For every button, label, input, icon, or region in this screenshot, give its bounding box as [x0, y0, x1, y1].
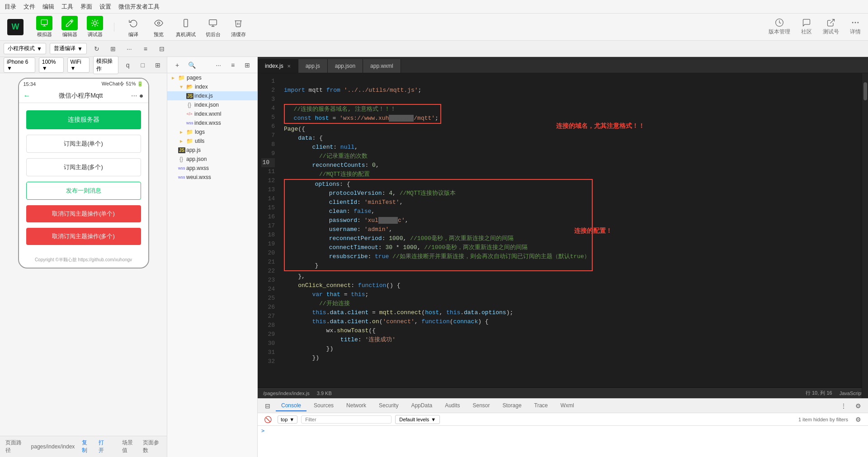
sim-copy[interactable]: 复制 [82, 439, 91, 454]
folder-label-pages: 📁 [178, 75, 185, 81]
console-settings-icon[interactable]: ⊟ [261, 400, 274, 412]
switch-button[interactable]: 切后台 [205, 16, 221, 38]
iphone-nav: ← 微信小程序Mqtt ··· ● [19, 89, 148, 103]
console-prompt: > [261, 428, 264, 434]
tab-appdata[interactable]: AppData [406, 400, 438, 411]
search-file-icon[interactable]: 🔍 [185, 59, 198, 71]
tree-item-app-json[interactable]: {} app.json [167, 155, 257, 164]
iphone-frame: 15:34 WeChat令 51% 🔋 ← 微信小程序Mqtt ··· ● 连接… [18, 78, 149, 269]
console-gear-icon[interactable]: ⚙ [852, 400, 864, 412]
file-more-icon[interactable]: ··· [212, 59, 225, 71]
subscribe-single-btn[interactable]: 订阅主题(单个) [26, 135, 141, 153]
operation-selector[interactable]: 模拟操作 [93, 56, 119, 74]
menu-item-tools[interactable]: 工具 [61, 3, 73, 11]
tab-app-js[interactable]: app.js [298, 59, 328, 73]
grid-icon[interactable]: ⊟ [156, 42, 168, 55]
add-file-icon[interactable]: + [171, 59, 184, 71]
sim-open[interactable]: 打开 [99, 439, 108, 454]
filter-input[interactable] [301, 415, 392, 424]
code-editor[interactable]: 12345 678910 1112131415 1617181920 21222… [258, 73, 868, 387]
language-info: JavaScript [840, 391, 863, 396]
simulator-button[interactable]: 模拟器 [36, 16, 52, 38]
more-icon[interactable]: ··· [123, 42, 136, 55]
scale-selector[interactable]: 100% ▼ [39, 57, 64, 73]
close-tab-icon[interactable]: ✕ [287, 64, 291, 69]
menu-item-edit[interactable]: 编辑 [42, 3, 54, 11]
subscribe-multi-btn[interactable]: 订阅主题(多个) [26, 158, 141, 176]
test-button[interactable]: 测试号 [823, 18, 839, 36]
list-icon[interactable]: ≡ [139, 42, 152, 55]
tree-item-app-wxss[interactable]: wss app.wxss [167, 164, 257, 173]
mode-selector[interactable]: 小程序模式 ▼ [4, 43, 46, 54]
tree-item-index-folder[interactable]: ▾ 📂 index [167, 82, 257, 91]
preview-button[interactable]: 预览 [151, 16, 167, 38]
clear-console-icon[interactable]: 🚫 [261, 413, 274, 426]
qr-icon[interactable]: ⊞ [107, 42, 119, 55]
tab-app-wxml[interactable]: app.wxml [363, 59, 401, 73]
console-more-icon[interactable]: ⋮ [837, 400, 850, 412]
console-tabs: ⊟ Console Sources Network Security AppDa… [258, 399, 868, 413]
menu-bar: 目录 文件 编辑 工具 界面 设置 微信开发者工具 [0, 0, 868, 14]
sim-scene[interactable]: 场景值 [122, 439, 136, 454]
top-selector[interactable]: top ▼ [278, 415, 297, 424]
tab-security[interactable]: Security [373, 400, 404, 411]
iphone-content: 连接服务器 订阅主题(单个) 订阅主题(多个) 发布一则消息 取消订阅主题操作(… [19, 103, 148, 252]
utils-folder-label: 📁 [186, 138, 193, 144]
level-selector[interactable]: Default levels ▼ [395, 415, 440, 424]
device-selector[interactable]: iPhone 6 ▼ [4, 57, 35, 73]
tree-item-index-json[interactable]: {} index.json [167, 100, 257, 109]
publish-btn[interactable]: 发布一则消息 [26, 182, 141, 200]
real-machine-button[interactable]: 真机调试 [176, 16, 196, 38]
compile-button[interactable]: 编译 [125, 16, 142, 38]
tree-item-index-wxml[interactable]: </> index.wxml [167, 109, 257, 118]
tree-item-pages[interactable]: ▸ 📁 pages [167, 73, 257, 82]
file-list-icon[interactable]: ≡ [226, 59, 239, 71]
tree-item-logs[interactable]: ▸ 📁 logs [167, 127, 257, 137]
tab-console[interactable]: Console [276, 400, 307, 411]
editor-button[interactable]: 编辑器 [61, 16, 78, 38]
tab-app-json[interactable]: app.json [328, 59, 363, 73]
tab-index-js[interactable]: index.js ✕ [258, 59, 298, 73]
console-filter-icon[interactable]: ⚙ [852, 413, 864, 426]
svg-point-13 [858, 22, 859, 23]
tab-trace[interactable]: Trace [529, 400, 553, 411]
sim-more-icon[interactable]: q [122, 59, 133, 71]
menu-item-dir[interactable]: 目录 [5, 3, 16, 11]
editor-scrollbar[interactable] [862, 73, 868, 398]
debugger-button[interactable]: 调试器 [87, 16, 103, 38]
tab-wxml[interactable]: Wxml [555, 400, 580, 411]
tab-network[interactable]: Network [341, 400, 372, 411]
detail-button[interactable]: 详情 [850, 18, 861, 36]
tree-item-index-js[interactable]: JS index.js [167, 91, 257, 100]
sim-page-param[interactable]: 页面参数 [143, 439, 161, 454]
tab-sources[interactable]: Sources [308, 400, 339, 411]
sim-phone-icon[interactable]: □ [137, 59, 148, 71]
community-button[interactable]: 社区 [801, 18, 812, 36]
tree-item-weui-wxss[interactable]: wss weui.wxss [167, 173, 257, 182]
menu-item-devtools[interactable]: 微信开发者工具 [118, 3, 160, 11]
unsubscribe-multi-btn[interactable]: 取消订阅主题操作(多个) [26, 228, 141, 245]
file-expand-icon[interactable]: ⊞ [241, 59, 254, 71]
editor-status-bar: /pages/index/index.js 3.9 KB 行 10, 列 16 … [258, 387, 868, 398]
menu-item-interface[interactable]: 界面 [80, 3, 92, 11]
tree-item-index-wxss[interactable]: wss index.wxss [167, 118, 257, 127]
sim-expand-icon[interactable]: ⊞ [152, 59, 163, 71]
app-js-icon: JS [178, 147, 184, 153]
version-button[interactable]: 版本管理 [769, 18, 790, 36]
tree-item-utils[interactable]: ▸ 📁 utils [167, 137, 257, 146]
tab-audits[interactable]: Audits [439, 400, 465, 411]
connect-btn[interactable]: 连接服务器 [26, 110, 141, 129]
clear-button[interactable]: 清缓存 [230, 16, 246, 38]
tab-sensor[interactable]: Sensor [467, 400, 495, 411]
tree-item-app-js[interactable]: JS app.js [167, 146, 257, 155]
refresh-icon[interactable]: ↻ [90, 42, 103, 55]
console-toolbar: 🚫 top ▼ Default levels ▼ 1 item hidden b… [258, 413, 868, 426]
menu-item-settings[interactable]: 设置 [99, 3, 111, 11]
compile-selector[interactable]: 普通编译 ▼ [50, 43, 87, 54]
logs-folder-label: 📁 [186, 129, 193, 135]
unsubscribe-single-btn[interactable]: 取消订阅主题操作(单个) [26, 205, 141, 222]
menu-item-file[interactable]: 文件 [24, 3, 35, 11]
tab-storage[interactable]: Storage [497, 400, 527, 411]
network-selector[interactable]: WiFi ▼ [67, 57, 90, 73]
second-toolbar: 小程序模式 ▼ 普通编译 ▼ ↻ ⊞ ··· ≡ ⊟ [0, 41, 868, 57]
